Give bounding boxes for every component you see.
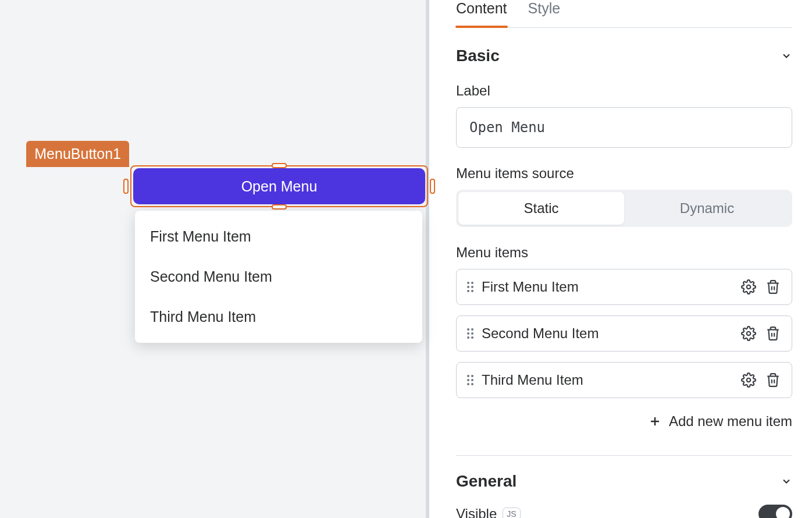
- resize-handle-bottom[interactable]: [272, 204, 287, 210]
- menu-item-row-label: Second Menu Item: [482, 325, 732, 342]
- menu-item-2[interactable]: Second Menu Item: [135, 257, 422, 297]
- component-name-badge[interactable]: MenuButton1: [26, 141, 129, 167]
- section-basic-header[interactable]: Basic: [456, 47, 792, 65]
- menu-item-row-label: Third Menu Item: [482, 372, 732, 388]
- segment-dynamic[interactable]: Dynamic: [624, 192, 790, 225]
- menu-item-row[interactable]: Third Menu Item: [456, 362, 792, 398]
- menu-dropdown-preview: First Menu Item Second Menu Item Third M…: [135, 211, 422, 343]
- trash-icon[interactable]: [765, 325, 781, 342]
- menu-item-1[interactable]: First Menu Item: [135, 217, 422, 257]
- chevron-down-icon: [781, 50, 792, 62]
- svg-point-0: [747, 285, 751, 289]
- section-basic-title: Basic: [456, 47, 500, 65]
- gear-icon[interactable]: [740, 325, 757, 342]
- menu-source-segmented: Static Dynamic: [456, 190, 792, 227]
- drag-handle-icon[interactable]: [467, 328, 473, 339]
- js-badge[interactable]: JS: [503, 508, 520, 518]
- menu-item-row[interactable]: Second Menu Item: [456, 315, 792, 352]
- menu-source-label: Menu items source: [456, 165, 792, 182]
- add-menu-item-label: Add new menu item: [669, 413, 792, 430]
- tab-style[interactable]: Style: [528, 0, 561, 27]
- resize-handle-left[interactable]: [123, 179, 129, 194]
- menu-items-label: Menu items: [456, 244, 792, 261]
- visible-toggle[interactable]: [758, 505, 792, 518]
- drag-handle-icon[interactable]: [467, 282, 473, 292]
- properties-panel: Content Style Basic Label Menu items sou…: [436, 0, 812, 518]
- plus-icon: [648, 414, 662, 428]
- visible-label: Visible: [456, 506, 497, 518]
- svg-point-2: [747, 378, 751, 382]
- menu-button-preview[interactable]: Open Menu: [133, 168, 425, 204]
- add-menu-item-button[interactable]: Add new menu item: [456, 413, 792, 430]
- trash-icon[interactable]: [765, 372, 781, 388]
- segment-static[interactable]: Static: [458, 192, 624, 225]
- panel-tabs: Content Style: [456, 0, 792, 28]
- drag-handle-icon[interactable]: [467, 375, 473, 385]
- trash-icon[interactable]: [765, 279, 781, 295]
- menu-button-label: Open Menu: [241, 178, 318, 195]
- resize-handle-top[interactable]: [272, 163, 287, 168]
- section-general-header[interactable]: General: [456, 472, 792, 491]
- design-canvas[interactable]: MenuButton1 Open Menu First Menu Item Se…: [0, 0, 436, 518]
- menu-item-row-label: First Menu Item: [482, 279, 732, 295]
- gear-icon[interactable]: [740, 279, 757, 295]
- chevron-down-icon: [781, 476, 792, 487]
- label-input[interactable]: [456, 107, 792, 148]
- svg-point-1: [747, 332, 751, 336]
- section-general-title: General: [456, 472, 517, 491]
- tab-content[interactable]: Content: [456, 0, 507, 27]
- resize-handle-right[interactable]: [430, 179, 435, 194]
- gear-icon[interactable]: [740, 372, 757, 388]
- menu-item-3[interactable]: Third Menu Item: [135, 297, 422, 337]
- label-field-label: Label: [456, 83, 792, 99]
- canvas-edge: [426, 0, 436, 518]
- visible-field: Visible JS: [456, 505, 792, 518]
- menu-item-row[interactable]: First Menu Item: [456, 269, 792, 305]
